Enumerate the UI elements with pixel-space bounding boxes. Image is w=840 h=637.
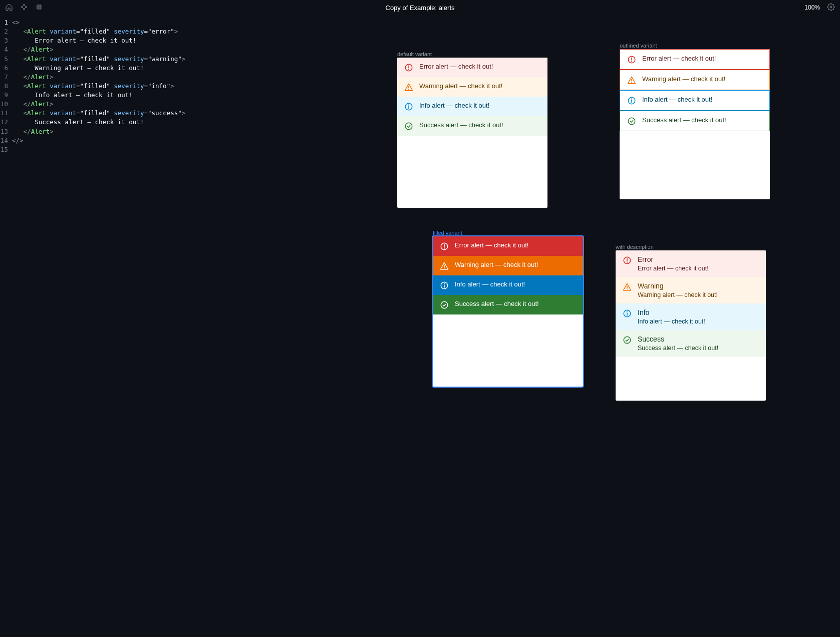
alert-success: Success alert — check it out! <box>433 295 583 314</box>
alert-error: ErrorError alert — check it out! <box>616 250 766 277</box>
grid-icon[interactable] <box>35 3 43 13</box>
success-icon <box>627 117 636 126</box>
warning-icon <box>404 83 413 92</box>
frame-default[interactable]: Error alert — check it out!Warning alert… <box>397 58 547 208</box>
frame-label-default[interactable]: default variant <box>397 51 432 57</box>
success-icon <box>440 300 449 309</box>
svg-point-0 <box>830 6 832 8</box>
alert-info: InfoInfo alert — check it out! <box>616 303 766 330</box>
alert-text: Success alert — check it out! <box>419 121 503 129</box>
alert-success: SuccessSuccess alert — check it out! <box>616 330 766 357</box>
frame-filled[interactable]: Error alert — check it out!Warning alert… <box>433 236 583 387</box>
frame-label-desc[interactable]: with description <box>616 244 654 250</box>
alert-text: Info alert — check it out! <box>419 102 489 109</box>
alert-text: Error alert — check it out! <box>642 55 716 62</box>
info-icon <box>627 96 636 105</box>
alert-title: Warning <box>638 282 759 290</box>
alert-info: Info alert — check it out! <box>433 275 583 295</box>
warning-icon <box>627 76 636 85</box>
alert-title: Success <box>638 335 759 343</box>
design-canvas[interactable]: default variantError alert — check it ou… <box>189 15 840 637</box>
alert-warning: WarningWarning alert — check it out! <box>616 277 766 303</box>
warning-icon <box>440 261 449 270</box>
titlebar: Copy of Example: alerts 100% <box>0 0 840 15</box>
alert-success: Success alert — check it out! <box>397 116 547 136</box>
alert-title: Info <box>638 308 759 316</box>
alert-text: Info alert — check it out! <box>642 96 712 103</box>
document-title[interactable]: Copy of Example: alerts <box>385 4 454 12</box>
home-icon[interactable] <box>5 3 13 13</box>
components-icon[interactable] <box>20 3 28 13</box>
info-icon <box>623 309 632 318</box>
alert-description: Info alert — check it out! <box>638 318 759 325</box>
error-icon <box>627 55 636 64</box>
alert-warning: Warning alert — check it out! <box>397 77 547 97</box>
alert-warning: Warning alert — check it out! <box>433 256 583 275</box>
error-icon <box>623 256 632 265</box>
alert-text: Warning alert — check it out! <box>642 75 725 83</box>
alert-info: Info alert — check it out! <box>620 90 770 111</box>
alert-title: Error <box>638 255 759 263</box>
alert-error: Error alert — check it out! <box>397 58 547 77</box>
alert-text: Error alert — check it out! <box>419 63 493 70</box>
info-icon <box>440 281 449 290</box>
alert-text: Info alert — check it out! <box>455 280 525 288</box>
alert-info: Info alert — check it out! <box>397 97 547 116</box>
frame-label-filled[interactable]: filled variant <box>433 230 462 236</box>
alert-description: Success alert — check it out! <box>638 345 759 352</box>
alert-warning: Warning alert — check it out! <box>620 70 770 90</box>
alert-text: Success alert — check it out! <box>455 300 539 307</box>
frame-outlined[interactable]: Error alert — check it out!Warning alert… <box>620 49 770 199</box>
error-icon <box>440 242 449 251</box>
alert-text: Warning alert — check it out! <box>419 82 502 90</box>
alert-error: Error alert — check it out! <box>620 49 770 70</box>
success-icon <box>404 122 413 131</box>
error-icon <box>404 63 413 72</box>
alert-success: Success alert — check it out! <box>620 111 770 131</box>
success-icon <box>623 336 632 345</box>
zoom-level[interactable]: 100% <box>804 4 820 11</box>
frame-label-outlined[interactable]: outlined variant <box>620 43 657 49</box>
alert-text: Error alert — check it out! <box>455 241 528 249</box>
alert-text: Success alert — check it out! <box>642 116 726 124</box>
frame-desc[interactable]: ErrorError alert — check it out!WarningW… <box>616 250 766 401</box>
alert-description: Warning alert — check it out! <box>638 291 759 298</box>
alert-error: Error alert — check it out! <box>433 236 583 256</box>
warning-icon <box>623 282 632 291</box>
alert-description: Error alert — check it out! <box>638 265 759 272</box>
alert-text: Warning alert — check it out! <box>455 261 538 268</box>
settings-icon[interactable] <box>827 3 835 13</box>
code-editor[interactable]: 1<>2 <Alert variant="filled" severity="e… <box>0 15 189 637</box>
info-icon <box>404 102 413 111</box>
